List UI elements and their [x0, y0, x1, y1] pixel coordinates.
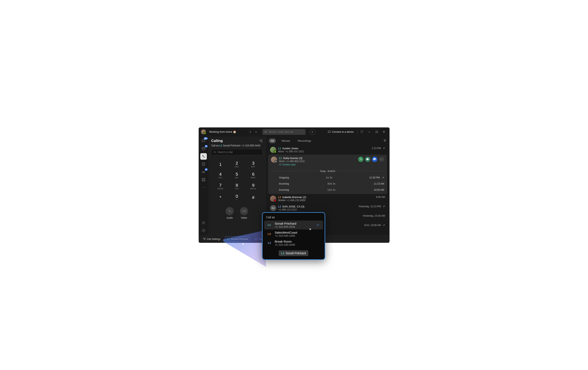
rail-more[interactable]: ⋯: [200, 184, 207, 191]
chat-button[interactable]: [372, 157, 377, 162]
calling-title: Calling: [211, 139, 223, 143]
calendar-badge: 2: [205, 145, 208, 148]
nav-back-button[interactable]: [248, 129, 253, 134]
tab-all[interactable]: All: [269, 138, 276, 143]
rail-contacts[interactable]: [200, 161, 207, 168]
filter-icon[interactable]: [383, 139, 386, 142]
dial-key-3[interactable]: 3DEF: [247, 159, 259, 169]
help-icon: ?: [202, 229, 205, 232]
rail-voicemail[interactable]: 4: [200, 169, 207, 175]
call-settings-button[interactable]: Call Settings: [201, 237, 222, 241]
video-button[interactable]: [365, 157, 370, 162]
dial-key-5[interactable]: 5JKL: [231, 170, 243, 180]
call-history-item[interactable]: L1Austen JonesWork: +1 359-231-23211:23 …: [268, 145, 387, 155]
svg-point-9: [204, 171, 205, 172]
dialpad: 12ABC3DEF4GHI5JKL6MNO7PQRS8TUV9WXYZ*0+#: [209, 157, 265, 205]
svg-point-0: [265, 131, 266, 132]
audio-call-button[interactable]: Audio: [226, 207, 234, 219]
presence-status[interactable]: Working from home 🏠: [209, 130, 236, 133]
svg-rect-1: [328, 131, 331, 133]
call-history-item[interactable]: L2Isabella Brennan (2)Mobile: +1 408-232…: [268, 194, 387, 203]
caller-avatar: SJ: [270, 205, 276, 211]
video-icon: [242, 210, 246, 212]
call-transfer-icon[interactable]: [259, 139, 262, 143]
svg-text:?: ?: [203, 230, 204, 232]
minimize-button[interactable]: ─: [366, 129, 372, 134]
search-icon: [214, 151, 216, 153]
callout-line-option[interactable]: L3Break Room+1 310-230-2000: [264, 239, 323, 247]
dial-key-7[interactable]: 7PQRS: [215, 181, 226, 191]
more-button[interactable]: ⋯: [379, 157, 384, 162]
dial-key-#[interactable]: #: [247, 192, 259, 202]
caller-avatar: [270, 147, 276, 153]
svg-point-8: [202, 171, 203, 172]
cursor-icon: ➤: [309, 227, 312, 231]
active-line-selector[interactable]: L1 Sonali Pritchard: [225, 237, 250, 242]
svg-rect-10: [202, 178, 203, 179]
dial-key-6[interactable]: 6MNO: [247, 170, 259, 180]
svg-point-3: [361, 131, 362, 133]
phone-icon: [202, 155, 205, 158]
svg-point-22: [255, 238, 256, 239]
global-search-input[interactable]: [269, 130, 303, 133]
call-button[interactable]: [358, 157, 363, 162]
gear-icon: [202, 221, 205, 225]
phone-icon: [228, 209, 231, 213]
dial-key-9[interactable]: 9WXYZ: [247, 181, 259, 191]
calendar-icon: [202, 147, 205, 150]
titlebar: Working from home 🏠 + Connect to a devic…: [199, 127, 389, 137]
check-icon: [316, 224, 319, 226]
callout-line-option[interactable]: L1Sonali Pritchard+1 310-555-3434: [264, 221, 323, 230]
svg-point-14: [203, 222, 204, 223]
call-log-row: Incoming30m 3s11:23 AM: [271, 182, 384, 186]
rail-calls[interactable]: [200, 153, 207, 160]
voicemail-icon: [202, 170, 205, 173]
callout-selected-pill[interactable]: L1 Sonali Pritchard: [279, 250, 308, 256]
rail-settings[interactable]: [200, 220, 207, 226]
callout-title: Call as: [262, 216, 325, 221]
svg-point-21: [205, 238, 205, 239]
dial-key-1[interactable]: 1: [215, 159, 226, 169]
close-button[interactable]: ✕: [381, 129, 387, 134]
call-history-item-expanded[interactable]: L1Sofia Gomez (3)Work: +1 490-900-3232Ve…: [268, 155, 387, 194]
call-history-item[interactable]: SJL3SAN JOSE, CA (3)+1 408-123-2322Yeste…: [268, 203, 387, 213]
svg-rect-4: [376, 131, 378, 133]
call-log-row: Incoming12m 3s10:00 AM: [271, 188, 384, 192]
tab-recordings[interactable]: Recordings: [296, 138, 313, 143]
dial-key-4[interactable]: 4GHI: [215, 170, 226, 180]
contacts-icon: [202, 162, 205, 166]
video-call-button[interactable]: Video: [240, 207, 248, 219]
rail-apps[interactable]: [200, 176, 207, 183]
call-as-popup: Call as L1Sonali Pritchard+1 310-555-343…: [262, 212, 325, 260]
rail-help[interactable]: ?: [200, 227, 207, 234]
svg-point-23: [256, 238, 257, 239]
maximize-button[interactable]: [374, 129, 380, 134]
connect-device-button[interactable]: Connect to a device: [327, 130, 355, 134]
user-avatar[interactable]: [201, 129, 206, 134]
apps-icon: [202, 178, 205, 181]
nav-forward-button[interactable]: [253, 129, 259, 134]
svg-rect-18: [242, 210, 244, 212]
dial-search-input[interactable]: [218, 151, 260, 154]
global-search[interactable]: [262, 129, 305, 135]
dial-key-*[interactable]: *: [215, 192, 226, 202]
phone-settings-icon: [203, 238, 206, 241]
cast-icon: [328, 131, 331, 133]
dial-key-2[interactable]: 2ABC: [231, 159, 243, 169]
rail-chat[interactable]: 20: [200, 138, 207, 144]
search-icon: [265, 131, 267, 133]
callout-line-option[interactable]: L2SalesWestCoast+1 310-540-1000: [264, 230, 323, 239]
call-log-row: Outgoing1m 3s12:30 PM: [271, 176, 384, 180]
dial-search[interactable]: [211, 149, 262, 155]
svg-rect-11: [204, 178, 205, 179]
dial-key-0[interactable]: 0+: [231, 192, 243, 202]
rail-calendar[interactable]: 2: [200, 145, 207, 152]
history-tabs: All Missed Recordings: [266, 137, 389, 145]
svg-rect-20: [367, 158, 368, 160]
new-action-button[interactable]: +: [310, 129, 315, 135]
svg-point-7: [203, 163, 204, 164]
zoom-ui-button[interactable]: [359, 129, 364, 134]
dial-key-8[interactable]: 8TUV: [231, 181, 243, 191]
tab-missed[interactable]: Missed: [280, 138, 292, 143]
svg-point-17: [214, 151, 215, 153]
